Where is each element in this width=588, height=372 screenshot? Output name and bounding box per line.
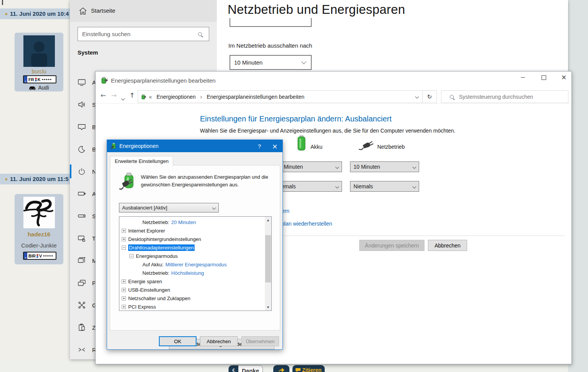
screen-timeout-select-partial[interactable] (230, 18, 312, 27)
zitieren-label: Zitieren (302, 367, 322, 372)
ac-sleep-select[interactable]: Niemals (350, 181, 419, 192)
recent-pages-dropdown[interactable] (122, 95, 127, 101)
settings-search-box[interactable] (78, 27, 209, 41)
shared-experiences-icon (78, 301, 86, 309)
tree-label: Netzbetrieb: (142, 270, 169, 276)
battery-icon-small (141, 94, 147, 100)
breadcrumb-collapse[interactable]: « (149, 94, 152, 100)
avatar[interactable] (23, 197, 55, 228)
expand-icon[interactable]: + (122, 305, 126, 309)
expand-icon[interactable]: + (122, 229, 126, 233)
expand-icon[interactable]: + (122, 237, 126, 241)
plug-column-icon (358, 141, 373, 151)
tree-label[interactable]: Energie sparen (128, 279, 162, 284)
power-timeout-select[interactable]: 10 Minuten (230, 55, 312, 70)
sidebar-home-label: Startseite (91, 7, 115, 14)
ok-button[interactable]: OK (159, 336, 197, 346)
quote-icon (296, 368, 301, 372)
expand-icon[interactable]: + (122, 288, 126, 292)
breadcrumb-current[interactable]: Energiesparplaneinstellungen bearbeiten (206, 94, 304, 100)
tree-row: Netzbetrieb: 20 Minuten (119, 218, 264, 226)
plate-seal-icon (36, 254, 38, 258)
chevron-down-icon (212, 206, 216, 210)
user-profile-card: hadez16 Codier-Junkie D BIR V ★★★★★ (15, 194, 63, 264)
expand-icon[interactable]: + (122, 296, 126, 301)
sidebar-item-home[interactable]: Startseite (70, 0, 217, 22)
help-button[interactable]: ? (252, 143, 267, 149)
dialog-title: Energieoptionen (119, 143, 252, 149)
car-icon (29, 86, 36, 90)
sidebar-section-label: System (78, 49, 98, 56)
dialog-title-bar[interactable]: Energieoptionen ? × (107, 140, 282, 152)
ac-timeout-select[interactable]: 10 Minuten (350, 161, 419, 172)
danke-button[interactable]: € Danke (228, 365, 263, 372)
post-timestamp[interactable]: ◆11. Juni 2020 um 10:4 (0, 8, 70, 19)
control-panel-search-box[interactable] (441, 90, 568, 103)
scrollbar-handle[interactable] (2, 0, 3, 5)
multitasking-icon (78, 257, 86, 264)
battery-plug-icon (119, 173, 135, 191)
tree-value-link[interactable]: Mittlerer Energiesparmodus (165, 262, 227, 267)
power-options-dialog: Energieoptionen ? × Erweiterte Einstellu… (107, 140, 283, 350)
breadcrumb-root[interactable]: Energieoptionen (157, 94, 196, 100)
tree-value-link[interactable]: Höchstleistung (171, 270, 204, 276)
avatar[interactable] (23, 35, 55, 67)
close-button[interactable]: × (555, 71, 573, 83)
tree-row: + Energie sparen (119, 277, 264, 286)
notifications-icon (78, 123, 86, 131)
post-timestamp[interactable]: ◆11. Juni 2020 um 11:5 (0, 174, 70, 184)
tree-label[interactable]: Drahtlosadaptereinstellungen (128, 244, 195, 251)
save-changes-button[interactable]: Änderungen speichern (359, 240, 424, 251)
tree-label[interactable]: Desktophintergrundeinstellungen (128, 236, 201, 242)
select-value: 10 Minuten (353, 164, 413, 170)
project-icon (78, 279, 86, 287)
tree-value-link[interactable]: 20 Minuten (171, 219, 196, 225)
collapse-icon[interactable]: − (122, 246, 126, 250)
scrollbar-thumb[interactable] (265, 235, 271, 282)
apply-button[interactable]: Übernehmen (241, 336, 279, 346)
title-bar[interactable]: Energiesparplaneinstellungen bearbeiten … (96, 71, 571, 90)
expand-icon[interactable]: + (122, 279, 126, 284)
window-title: Energiesparplaneinstellungen bearbeiten (111, 77, 216, 84)
forward-button[interactable]: → (111, 91, 117, 99)
username-link[interactable]: hadez16 (15, 231, 63, 237)
tablet-icon (78, 234, 86, 242)
tree-label[interactable]: PCI Express (128, 304, 156, 310)
plate-stars: ★★★★★ (43, 254, 53, 257)
maximize-button[interactable] (535, 71, 553, 83)
plan-select[interactable]: Ausbalanciert [Aktiv] (119, 203, 219, 213)
dialog-intro-text: Wählen Sie den anzupassenden Energiespar… (141, 173, 277, 189)
tree-label[interactable]: Netzschalter und Zuklappen (128, 296, 190, 301)
refresh-button[interactable]: ↻ (422, 90, 437, 103)
control-panel-search-input[interactable] (458, 93, 568, 100)
settings-search-input[interactable] (78, 31, 198, 37)
advanced-settings-tree[interactable]: Netzbetrieb: 20 Minuten + Internet Explo… (119, 216, 272, 311)
chevron-down-icon (413, 184, 416, 188)
zitieren-button[interactable]: Zitieren (292, 365, 325, 372)
vehicle-name: Audi (38, 85, 49, 91)
scroll-down-icon[interactable]: ▼ (265, 304, 271, 311)
battery-column-icon (296, 135, 307, 151)
battery-timeout-select[interactable]: 10 Minuten (273, 161, 342, 172)
up-button[interactable]: ↑ (129, 91, 135, 99)
plate-region: BIR (28, 254, 36, 258)
collapse-icon[interactable]: − (129, 254, 134, 258)
scroll-up-icon[interactable]: ▲ (265, 217, 271, 223)
cancel-button[interactable]: Abbrechen (200, 336, 238, 346)
tab-advanced-settings[interactable]: Erweiterte Einstellungen (110, 156, 173, 166)
address-dropdown-icon[interactable] (415, 95, 419, 99)
reply-arrow-button[interactable] (273, 365, 289, 372)
select-value: 10 Minuten (234, 59, 302, 66)
back-button[interactable]: ← (101, 91, 106, 99)
dialog-close-button[interactable]: × (267, 142, 282, 150)
battery-sleep-select[interactable]: Niemals (273, 181, 342, 192)
minimize-button[interactable] (514, 71, 532, 83)
arrow-icon (278, 368, 284, 372)
cancel-button[interactable]: Abbrechen (428, 240, 467, 251)
address-bar[interactable]: « Energieoptionen › Energiesparplaneinst… (138, 90, 423, 103)
tree-label[interactable]: Internet Explorer (128, 228, 165, 234)
username-link[interactable]: burclu (15, 68, 63, 75)
tree-scrollbar[interactable]: ▲ ▼ (265, 217, 271, 311)
tree-label[interactable]: Energiesparmodus (136, 253, 178, 259)
tree-label[interactable]: USB-Einstellungen (128, 287, 170, 293)
